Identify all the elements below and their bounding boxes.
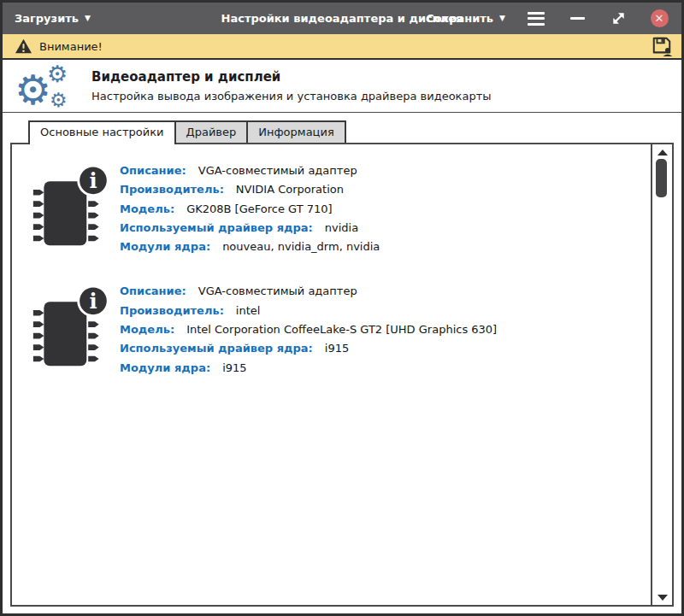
field-value: VGA-совместимый адаптер	[198, 164, 357, 177]
page-title: Видеоадаптер и дисплей	[91, 69, 492, 85]
field-value: VGA-совместимый адаптер	[198, 285, 357, 297]
arrow-up-icon	[657, 150, 668, 155]
close-icon: ✕	[651, 9, 669, 27]
save-elevated-button[interactable]	[651, 36, 673, 56]
field-label: Производитель:	[120, 304, 224, 317]
gears-icon: ⚙ ⚙ ⚙	[15, 62, 73, 110]
adapter-field: Модель:Intel Corporation CoffeeLake-S GT…	[120, 320, 497, 339]
adapter-field: Производитель:NVIDIA Corporation	[120, 180, 380, 199]
app-header: ⚙ ⚙ ⚙ Видеоадаптер и дисплей Настройка в…	[3, 60, 681, 113]
adapter-field: Модули ядра:i915	[120, 359, 497, 378]
load-menu-button[interactable]: Загрузить ▼	[15, 12, 91, 25]
scroll-down-button[interactable]	[652, 591, 672, 603]
info-badge-icon: i	[79, 166, 109, 196]
scrollbar-track[interactable]	[651, 144, 672, 605]
tab-driver[interactable]: Драйвер	[174, 120, 249, 143]
field-value: Intel Corporation CoffeeLake-S GT2 [UHD …	[186, 323, 497, 336]
adapter-entry: i Описание:VGA-совместимый адаптерПроизв…	[31, 280, 642, 377]
save-menu-label: Сохранить	[426, 12, 493, 25]
resize-button[interactable]	[608, 9, 628, 29]
scroll-thumb[interactable]	[656, 159, 667, 197]
adapter-field: Модули ядра:nouveau, nvidia_drm, nvidia	[120, 238, 380, 256]
tab-information[interactable]: Информация	[246, 120, 345, 143]
chip-icon: i	[31, 280, 120, 377]
field-label: Используемый драйвер ядра:	[120, 221, 313, 234]
field-value: nvidia	[325, 221, 358, 234]
adapter-field: Описание:VGA-совместимый адаптер	[120, 161, 380, 180]
field-value: GK208B [GeForce GT 710]	[186, 202, 332, 215]
close-button[interactable]: ✕	[649, 9, 669, 29]
scroll-up-button[interactable]	[652, 146, 672, 158]
field-value: nouveau, nvidia_drm, nvidia	[222, 240, 380, 253]
adapter-list: i Описание:VGA-совместимый адаптерПроизв…	[12, 144, 651, 605]
content-panel: i Описание:VGA-совместимый адаптерПроизв…	[10, 143, 674, 607]
field-value: i915	[325, 342, 349, 355]
menu-button[interactable]	[526, 9, 546, 29]
minimize-button[interactable]	[567, 9, 587, 29]
tab-bar: Основные настройки Драйвер Информация	[3, 113, 681, 143]
adapter-entry: i Описание:VGA-совместимый адаптерПроизв…	[31, 160, 642, 256]
field-label: Модули ядра:	[120, 240, 210, 253]
adapter-fields: Описание:VGA-совместимый адаптерПроизвод…	[120, 280, 497, 377]
field-label: Описание:	[120, 285, 186, 297]
info-badge-icon: i	[79, 287, 109, 317]
adapter-field: Используемый драйвер ядра:i915	[120, 339, 497, 358]
load-menu-label: Загрузить	[15, 12, 79, 25]
hamburger-icon	[528, 12, 545, 26]
field-label: Модель:	[120, 202, 174, 215]
field-label: Производитель:	[120, 183, 224, 196]
arrow-down-icon	[657, 595, 668, 601]
warning-bar: Внимание!	[3, 34, 681, 60]
svg-text:i: i	[89, 168, 97, 193]
adapter-field: Производитель:intel	[120, 302, 497, 320]
chevron-down-icon: ▼	[85, 15, 91, 22]
field-value: intel	[236, 304, 261, 317]
adapter-field: Используемый драйвер ядра:nvidia	[120, 219, 380, 238]
field-value: i915	[222, 361, 246, 374]
adapter-field: Модель:GK208B [GeForce GT 710]	[120, 200, 380, 219]
field-value: NVIDIA Corporation	[236, 183, 344, 196]
minimize-icon	[570, 17, 585, 21]
titlebar: Загрузить ▼ Настройки видеоадаптера и ди…	[3, 3, 681, 34]
field-label: Описание:	[120, 164, 186, 177]
warning-label: Внимание!	[39, 40, 103, 53]
floppy-user-icon	[651, 36, 673, 56]
field-label: Используемый драйвер ядра:	[120, 342, 313, 355]
adapter-fields: Описание:VGA-совместимый адаптерПроизвод…	[120, 160, 380, 256]
resize-icon	[610, 10, 627, 26]
app-window: Загрузить ▼ Настройки видеоадаптера и ди…	[0, 0, 684, 616]
chip-icon: i	[31, 160, 120, 256]
field-label: Модель:	[120, 323, 174, 336]
page-subtitle: Настройка вывода изображения и установка…	[91, 90, 492, 103]
chevron-down-icon: ▼	[499, 15, 505, 22]
field-label: Модули ядра:	[120, 361, 210, 374]
warning-icon	[15, 38, 32, 55]
svg-text:i: i	[89, 289, 97, 314]
tab-main-settings[interactable]: Основные настройки	[28, 120, 176, 144]
adapter-field: Описание:VGA-совместимый адаптер	[120, 282, 497, 301]
save-menu-button[interactable]: Сохранить ▼	[426, 12, 505, 25]
